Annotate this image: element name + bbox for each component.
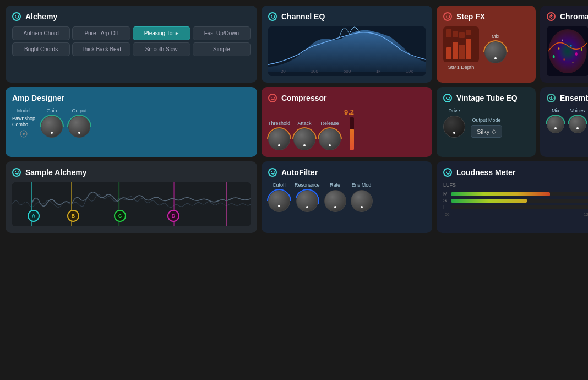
silky-chevron: ◇ <box>492 128 496 135</box>
loudness-m-row: M <box>443 191 588 197</box>
step-fx-header: ⏻ Step FX <box>443 12 529 21</box>
autofilter-title: AutoFilter <box>281 168 318 177</box>
af-cutoff-label: Cutoff <box>273 182 286 188</box>
svg-rect-7 <box>466 30 471 35</box>
preset-pure-arp-off[interactable]: Pure - Arp Off <box>72 26 130 40</box>
amp-designer-panel: Amp Designer Model Pawnshop Combo Gain <box>6 87 257 157</box>
marker-d[interactable]: D <box>167 210 179 222</box>
preset-bright-chords[interactable]: Bright Chords <box>12 42 70 56</box>
svg-point-14 <box>575 52 578 56</box>
vintage-eq-drive-knob[interactable] <box>443 116 465 138</box>
preset-fast-up-down[interactable]: Fast Up/Down <box>193 26 251 40</box>
channel-eq-panel: ⏻ Channel EQ <box>262 6 432 83</box>
svg-point-9 <box>548 29 587 73</box>
comp-threshold-group: Threshold <box>268 121 290 150</box>
amp-controls: Model Pawnshop Combo Gain <box>12 108 251 138</box>
af-resonance-knob[interactable] <box>296 190 318 212</box>
preset-anthem-chord[interactable]: Anthem Chord <box>12 26 70 40</box>
autofilter-power-btn[interactable]: ⏻ <box>268 168 277 177</box>
alchemy-panel: ⏻ Alchemy Anthem Chord Pure - Arp Off Pl… <box>6 6 257 83</box>
step-mix-label: Mix <box>492 34 499 39</box>
vintage-eq-title: Vintage Tube EQ <box>456 94 518 102</box>
af-resonance-group: Resonance <box>295 182 320 212</box>
step-fx-controls: StM1 Depth Mix <box>443 26 529 70</box>
ensemble-power-btn[interactable]: ⏻ <box>547 94 556 102</box>
svg-rect-0 <box>446 47 451 59</box>
marker-c[interactable]: C <box>114 210 126 222</box>
sample-alchemy-waveform: A B C D <box>12 182 251 226</box>
autofilter-header: ⏻ AutoFilter <box>268 168 426 177</box>
vintage-eq-mode-btn[interactable]: Silky ◇ <box>471 125 502 138</box>
af-rate-label: Rate <box>330 182 340 188</box>
m-char: M <box>443 191 449 197</box>
svg-rect-3 <box>466 39 471 59</box>
ensemble-voices-group: Voices <box>569 108 586 133</box>
preset-simple[interactable]: Simple <box>193 42 251 56</box>
channel-eq-title: Channel EQ <box>281 12 325 21</box>
ensemble-mix-knob[interactable] <box>547 116 564 133</box>
vintage-eq-power-btn[interactable]: ⏻ <box>443 94 452 102</box>
amp-designer-header: Amp Designer <box>12 94 251 102</box>
chroma-verb-header: ⏻ ChromaVerb <box>547 12 588 21</box>
svg-rect-4 <box>446 29 451 37</box>
sample-alchemy-header: ⏻ Sample Alchemy <box>12 168 251 177</box>
compressor-power-btn[interactable]: ⏻ <box>268 94 277 102</box>
svg-point-19 <box>23 133 25 135</box>
amp-output-knob[interactable] <box>68 116 90 138</box>
alchemy-power-btn[interactable]: ⏻ <box>12 12 21 21</box>
svg-rect-2 <box>459 45 465 59</box>
comp-attack-knob[interactable] <box>293 128 315 150</box>
amp-model-dial <box>20 130 28 138</box>
preset-thick-back-beat[interactable]: Thick Back Beat <box>72 42 130 56</box>
chroma-verb-display <box>547 26 588 76</box>
ensemble-panel: ⏻ Ensemble Mix Voices <box>540 87 588 157</box>
preset-smooth-slow[interactable]: Smooth Slow <box>133 42 190 56</box>
loudness-s-row: S <box>443 198 588 203</box>
step-depth-label: StM1 Depth <box>443 64 479 70</box>
comp-threshold-knob[interactable] <box>268 128 290 150</box>
channel-eq-power-btn[interactable]: ⏻ <box>268 12 277 21</box>
ensemble-header: ⏻ Ensemble <box>547 94 588 102</box>
svg-point-16 <box>562 40 563 41</box>
comp-value-group: 9.2 <box>344 108 354 150</box>
step-mix-knob[interactable] <box>484 41 507 63</box>
step-fx-title: Step FX <box>456 12 485 21</box>
af-rate-group: Rate <box>324 182 346 212</box>
scale-min: -60 <box>443 212 450 217</box>
marker-b[interactable]: B <box>67 210 79 222</box>
step-display <box>443 26 479 62</box>
af-cutoff-knob[interactable] <box>268 190 290 212</box>
comp-release-label: Release <box>321 121 339 126</box>
vintage-eq-drive-group: Drive <box>443 108 465 138</box>
ensemble-voices-knob[interactable] <box>569 116 586 133</box>
step-display-group: StM1 Depth <box>443 26 479 70</box>
sample-alchemy-panel: ⏻ Sample Alchemy <box>6 161 257 233</box>
silky-label: Silky <box>477 128 489 135</box>
sample-alchemy-power-btn[interactable]: ⏻ <box>12 168 21 177</box>
marker-a[interactable]: A <box>28 210 40 222</box>
vintage-eq-mode-label: Output Mode <box>472 117 501 123</box>
amp-gain-group: Gain <box>41 108 63 138</box>
vintage-eq-mode-group: Output Mode Silky ◇ <box>471 117 502 138</box>
preset-pleasing-tone[interactable]: Pleasing Tone <box>133 26 190 40</box>
chroma-verb-panel: ⏻ ChromaVerb <box>540 6 588 83</box>
amp-gain-label: Gain <box>47 108 57 113</box>
step-fx-power-btn[interactable]: ⏻ <box>443 12 452 21</box>
amp-gain-knob[interactable] <box>41 116 63 138</box>
comp-release-knob[interactable] <box>319 128 341 150</box>
s-meter-fill <box>451 199 527 203</box>
af-env-mod-knob[interactable] <box>351 190 373 212</box>
svg-rect-5 <box>453 31 458 37</box>
i-meter-track <box>451 205 588 209</box>
amp-output-label: Output <box>72 108 87 113</box>
chroma-verb-power-btn[interactable]: ⏻ <box>547 12 556 21</box>
comp-threshold-label: Threshold <box>268 121 290 126</box>
amp-output-group: Output <box>68 108 90 138</box>
channel-eq-display: 20 100 500 1k 10k <box>268 26 426 76</box>
loudness-header: ⏻ Loudness Meter <box>443 168 588 177</box>
comp-attack-label: Attack <box>298 121 312 126</box>
comp-attack-group: Attack <box>293 121 315 150</box>
af-rate-knob[interactable] <box>324 190 346 212</box>
loudness-power-btn[interactable]: ⏻ <box>443 168 452 177</box>
svg-rect-20 <box>12 182 251 226</box>
